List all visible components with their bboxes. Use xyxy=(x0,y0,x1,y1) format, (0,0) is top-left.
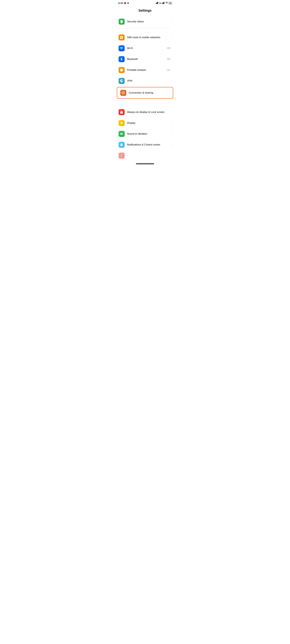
spacer-3 xyxy=(116,104,174,107)
display-chevron: › xyxy=(171,122,171,125)
sound-vibration-content: Sound & vibration xyxy=(127,132,171,136)
vpn-chevron: › xyxy=(171,80,171,82)
notifications-icon xyxy=(119,142,125,148)
wifi-value: Off xyxy=(167,47,170,50)
sim-cards-content: SIM cards & mobile networks xyxy=(127,36,171,39)
notifications-chevron: › xyxy=(171,143,171,146)
bluetooth-icon xyxy=(119,56,125,62)
hotspot-content: Portable hotspot xyxy=(127,68,167,72)
wifi-right: Off › xyxy=(167,47,171,50)
status-bar: 13:38 🔕 ⚙ 4G xyxy=(116,0,174,6)
settings-gear-icon: ⚙ xyxy=(127,2,129,4)
hotspot-icon xyxy=(119,67,125,73)
display-icon xyxy=(119,120,125,126)
always-on-display-icon xyxy=(119,109,125,115)
always-on-display-chevron: › xyxy=(171,111,171,114)
svg-rect-0 xyxy=(156,3,156,4)
connection-sharing-chevron: › xyxy=(169,91,170,94)
hotspot-value: On xyxy=(167,69,170,72)
vpn-item[interactable]: VPN › xyxy=(116,76,174,86)
always-on-display-content: Always-on display & Lock screen xyxy=(127,110,171,114)
home-indicator xyxy=(136,164,154,164)
connection-sharing-label: Connection & sharing xyxy=(129,91,153,94)
page-title: Settings xyxy=(116,6,174,16)
settings-list: Security status › SIM cards & mobile net… xyxy=(116,16,174,161)
wifi-status-icon xyxy=(165,2,168,4)
svg-rect-4 xyxy=(162,3,163,4)
svg-point-12 xyxy=(121,156,122,157)
display-label: Display xyxy=(127,122,135,124)
notifications-label: Notifications & Control center xyxy=(127,143,160,146)
connection-sharing-icon xyxy=(120,90,126,96)
always-on-display-right: › xyxy=(171,111,171,114)
connection-sharing-right: › xyxy=(169,91,170,94)
sim-icon xyxy=(119,34,125,40)
security-status-content: Security status xyxy=(127,20,171,23)
hotspot-item[interactable]: Portable hotspot On › xyxy=(116,64,174,76)
hotspot-label: Portable hotspot xyxy=(127,68,146,72)
connection-sharing-item[interactable]: Connection & sharing › xyxy=(117,87,173,99)
wifi-item[interactable]: Wi-Fi Off › xyxy=(116,43,174,54)
security-status-chevron: › xyxy=(171,20,171,23)
svg-rect-6 xyxy=(163,2,164,4)
sound-vibration-chevron: › xyxy=(171,132,171,136)
signal-icon xyxy=(156,2,159,4)
status-bar-right: 4G 65 xyxy=(156,2,172,4)
display-right: › xyxy=(171,122,171,125)
sound-vibration-item[interactable]: Sound & vibration › xyxy=(116,128,174,139)
bluetooth-value: Off xyxy=(167,58,170,60)
signal2-icon xyxy=(162,2,165,4)
display-item[interactable]: Display › xyxy=(116,118,174,128)
sound-vibration-icon xyxy=(119,131,125,137)
display-content: Display xyxy=(127,121,171,125)
display-group: Always-on display & Lock screen › Displa… xyxy=(116,107,174,161)
wifi-label: Wi-Fi xyxy=(127,47,133,50)
security-status-item[interactable]: Security status › xyxy=(116,16,174,27)
bottom-bar xyxy=(116,161,174,166)
svg-rect-3 xyxy=(158,2,158,4)
vpn-right: › xyxy=(171,80,171,82)
more-settings-label: ● xyxy=(127,154,129,157)
always-on-display-item[interactable]: Always-on display & Lock screen › xyxy=(116,107,174,118)
svg-rect-1 xyxy=(156,2,157,4)
vpn-content: VPN xyxy=(127,79,171,82)
security-group: Security status › xyxy=(116,16,174,27)
sim-cards-chevron: › xyxy=(171,36,171,39)
bluetooth-item[interactable]: Bluetooth Off › xyxy=(116,54,174,64)
hotspot-chevron: › xyxy=(171,68,171,72)
more-settings-item[interactable]: ● xyxy=(116,150,174,161)
vpn-icon xyxy=(119,78,125,84)
more-settings-icon xyxy=(119,152,125,158)
bluetooth-chevron: › xyxy=(171,58,171,61)
connectivity-group: SIM cards & mobile networks › Wi-Fi Off … xyxy=(116,32,174,99)
notifications-content: Notifications & Control center xyxy=(127,143,171,146)
silent-icon: 🔕 xyxy=(124,2,126,4)
more-settings-content: ● xyxy=(127,154,171,157)
sound-vibration-label: Sound & vibration xyxy=(127,132,147,135)
security-status-right: › xyxy=(171,20,171,23)
status-bar-left: 13:38 🔕 ⚙ xyxy=(118,2,129,4)
wifi-content: Wi-Fi xyxy=(127,47,167,50)
svg-rect-7 xyxy=(164,2,164,4)
sound-vibration-right: › xyxy=(171,132,171,136)
4g-icon: 4G xyxy=(159,2,161,4)
notifications-right: › xyxy=(171,143,171,146)
svg-point-9 xyxy=(123,93,124,93)
spacer-1 xyxy=(116,30,174,32)
sim-cards-item[interactable]: SIM cards & mobile networks › xyxy=(116,32,174,43)
battery-icon: 65 xyxy=(169,2,172,4)
sim-cards-right: › xyxy=(171,36,171,39)
wifi-icon xyxy=(119,45,125,51)
spacer-2 xyxy=(116,99,174,102)
always-on-display-label: Always-on display & Lock screen xyxy=(127,111,165,114)
bluetooth-right: Off › xyxy=(167,58,171,61)
security-status-icon xyxy=(119,18,125,24)
wifi-chevron: › xyxy=(171,47,171,50)
svg-rect-5 xyxy=(163,2,163,4)
sim-cards-label: SIM cards & mobile networks xyxy=(127,36,160,39)
vpn-label: VPN xyxy=(127,80,132,82)
bluetooth-content: Bluetooth xyxy=(127,58,167,61)
notifications-item[interactable]: Notifications & Control center › xyxy=(116,139,174,150)
svg-rect-2 xyxy=(157,2,158,4)
bluetooth-label: Bluetooth xyxy=(127,58,138,60)
